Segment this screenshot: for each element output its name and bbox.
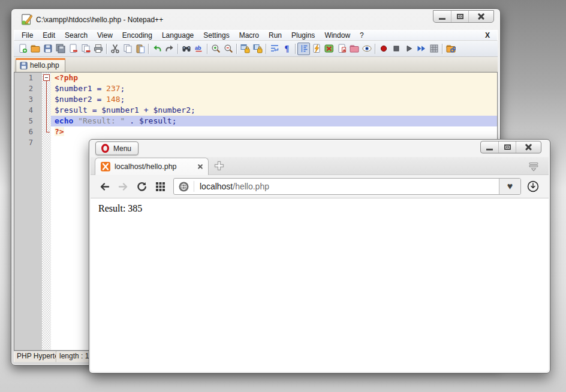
site-badge-icon[interactable] bbox=[179, 182, 189, 192]
minimize-button[interactable] bbox=[433, 11, 451, 22]
closed-tabs-menu-icon[interactable] bbox=[528, 162, 539, 171]
menu-item-language[interactable]: Language bbox=[157, 31, 198, 40]
notepadpp-titlebar[interactable]: C:\xampp\htdocs\hello.php - Notepad++ bbox=[14, 9, 498, 30]
macro-save-icon[interactable] bbox=[427, 43, 440, 55]
zoom-in-icon[interactable] bbox=[209, 43, 222, 55]
sync-horizontal-icon[interactable] bbox=[251, 43, 264, 55]
export-icon[interactable] bbox=[335, 43, 348, 55]
close-file-icon[interactable] bbox=[67, 43, 79, 55]
fold-marker[interactable] bbox=[42, 73, 51, 83]
code-token: ; bbox=[121, 95, 125, 104]
speed-dial-button[interactable] bbox=[152, 179, 168, 195]
code-token: . bbox=[130, 116, 134, 125]
paste-icon[interactable] bbox=[134, 43, 146, 55]
monitor-icon[interactable] bbox=[323, 43, 335, 55]
menu-item-view[interactable]: View bbox=[92, 31, 118, 40]
maximize-button[interactable] bbox=[451, 11, 468, 22]
word-wrap-icon[interactable] bbox=[268, 43, 281, 55]
menu-item-window[interactable]: Window bbox=[320, 31, 355, 40]
address-bar[interactable]: localhost/hello.php ♥ bbox=[173, 178, 521, 195]
menu-item-file[interactable]: File bbox=[17, 31, 38, 40]
open-file-icon[interactable] bbox=[29, 43, 41, 55]
opera-menu-button[interactable]: Menu bbox=[95, 141, 139, 155]
code-line[interactable]: echo "Result: " . $result; bbox=[51, 116, 497, 126]
replace-icon[interactable]: ab bbox=[192, 43, 205, 55]
opera-titlebar[interactable]: Menu bbox=[91, 140, 549, 157]
minimize-button[interactable] bbox=[481, 141, 498, 153]
fold-marker[interactable] bbox=[42, 105, 51, 116]
code-token: ; bbox=[172, 116, 177, 125]
new-file-icon[interactable] bbox=[16, 43, 29, 55]
code-token: $number2 bbox=[153, 105, 191, 114]
code-line[interactable]: $result = $number1 + $number2; bbox=[51, 105, 497, 116]
code-token bbox=[73, 116, 78, 125]
find-icon[interactable] bbox=[180, 43, 192, 55]
macro-record-icon[interactable] bbox=[377, 43, 390, 55]
line-number-margin: 1234567 bbox=[14, 73, 42, 350]
tab-hello-php[interactable]: hello.php bbox=[16, 58, 65, 72]
menu-item-macro[interactable]: Macro bbox=[234, 31, 264, 40]
print-icon[interactable] bbox=[92, 43, 104, 55]
fold-marker[interactable] bbox=[42, 83, 51, 94]
code-line[interactable]: $number2 = 148; bbox=[51, 94, 497, 105]
bookmark-heart-button[interactable]: ♥ bbox=[499, 179, 520, 194]
close-button[interactable] bbox=[468, 11, 493, 22]
redo-icon[interactable] bbox=[163, 43, 176, 55]
download-button[interactable] bbox=[523, 180, 543, 192]
copy-icon[interactable] bbox=[121, 43, 134, 55]
opera-window-controls bbox=[480, 141, 541, 153]
macro-run-multiple-icon[interactable] bbox=[415, 43, 427, 55]
code-line[interactable]: $number1 = 237; bbox=[51, 83, 497, 94]
fold-marker[interactable] bbox=[42, 94, 51, 105]
undo-icon[interactable] bbox=[150, 43, 163, 55]
menubar-close-button[interactable]: X bbox=[485, 31, 497, 40]
fold-marker[interactable] bbox=[42, 116, 51, 126]
code-token: $result bbox=[139, 116, 172, 125]
opera-logo-icon bbox=[101, 144, 110, 153]
edit-with-external-viewer-icon[interactable] bbox=[444, 43, 457, 55]
save-file-icon[interactable] bbox=[41, 43, 54, 55]
tab-close-button[interactable] bbox=[198, 164, 203, 169]
fold-line bbox=[46, 83, 47, 94]
forward-button[interactable] bbox=[115, 179, 131, 195]
maximize-button[interactable] bbox=[498, 141, 516, 153]
url-text[interactable]: localhost/hello.php bbox=[194, 182, 269, 191]
code-token: ; bbox=[191, 105, 195, 114]
menu-item-run[interactable]: Run bbox=[264, 31, 287, 40]
show-indent-guide-icon[interactable] bbox=[297, 43, 310, 55]
view-current-file-icon[interactable] bbox=[360, 43, 373, 55]
back-button[interactable] bbox=[97, 179, 113, 195]
menu-item-[interactable]: ? bbox=[355, 31, 369, 40]
desktop: C:\xampp\htdocs\hello.php - Notepad++ Fi… bbox=[0, 0, 566, 392]
menu-item-settings[interactable]: Settings bbox=[198, 31, 234, 40]
project-panel-icon[interactable] bbox=[348, 43, 360, 55]
cut-icon[interactable] bbox=[109, 43, 121, 55]
status-doctype: PHP Hyperte bbox=[14, 351, 56, 362]
menu-item-search[interactable]: Search bbox=[60, 31, 92, 40]
reload-button[interactable] bbox=[134, 179, 150, 195]
macro-stop-icon[interactable] bbox=[390, 43, 402, 55]
menu-item-edit[interactable]: Edit bbox=[38, 31, 60, 40]
toolbar-separator bbox=[207, 44, 207, 54]
svg-text:¶: ¶ bbox=[284, 44, 289, 53]
macro-play-icon[interactable] bbox=[402, 43, 415, 55]
sync-vertical-icon[interactable] bbox=[239, 43, 251, 55]
save-all-icon[interactable] bbox=[54, 43, 67, 55]
function-list-icon[interactable] bbox=[310, 43, 323, 55]
zoom-out-icon[interactable] bbox=[222, 43, 234, 55]
opera-menu-label: Menu bbox=[113, 144, 131, 153]
browser-tab[interactable]: localhost/hello.php bbox=[95, 158, 209, 175]
close-button[interactable] bbox=[516, 141, 541, 153]
show-all-characters-icon[interactable]: ¶ bbox=[281, 43, 293, 55]
menu-item-plugins[interactable]: Plugins bbox=[287, 31, 320, 40]
close-icon bbox=[525, 144, 532, 150]
menu-item-encoding[interactable]: Encoding bbox=[118, 31, 157, 40]
new-tab-button[interactable] bbox=[213, 160, 225, 171]
fold-marker[interactable] bbox=[42, 126, 51, 137]
code-line[interactable]: ?> bbox=[51, 126, 497, 137]
maximize-icon bbox=[457, 14, 463, 19]
code-token: "Result: " bbox=[78, 116, 125, 125]
close-all-icon[interactable] bbox=[79, 43, 92, 55]
code-line[interactable]: <?php bbox=[51, 73, 497, 83]
toolbar-separator bbox=[442, 44, 442, 54]
